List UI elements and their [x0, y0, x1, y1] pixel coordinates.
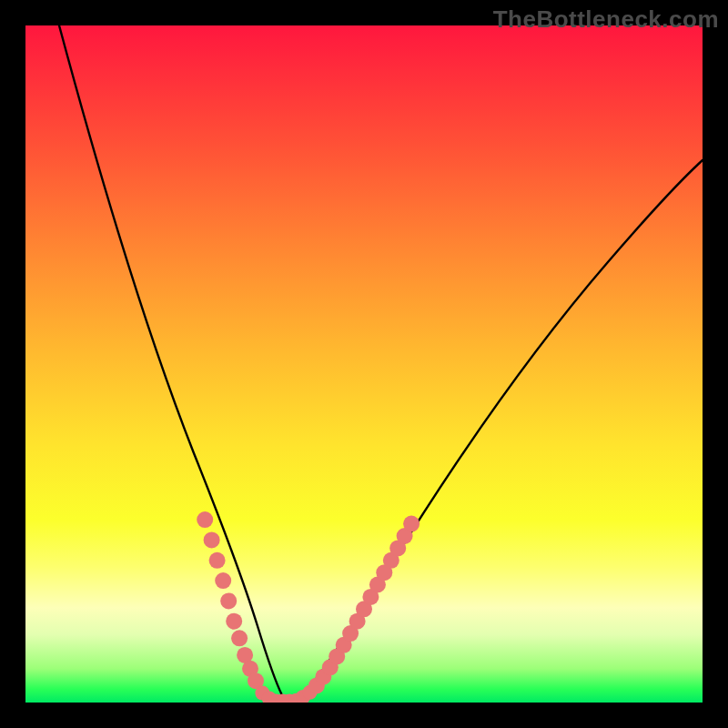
- highlight-dot: [197, 511, 213, 528]
- watermark-text: TheBottleneck.com: [493, 5, 719, 34]
- highlight-dot: [204, 531, 220, 548]
- highlight-dots: [197, 511, 420, 703]
- curve-path: [59, 25, 703, 701]
- bottleneck-curve: [25, 25, 703, 703]
- curve-group: [59, 25, 703, 703]
- chart-frame: TheBottleneck.com: [0, 0, 728, 728]
- highlight-dot: [403, 516, 420, 532]
- highlight-dot: [226, 613, 242, 630]
- plot-area: [25, 25, 703, 703]
- highlight-dot: [215, 572, 231, 589]
- highlight-dot: [220, 592, 237, 609]
- highlight-dot: [209, 552, 226, 569]
- highlight-dot: [231, 630, 248, 646]
